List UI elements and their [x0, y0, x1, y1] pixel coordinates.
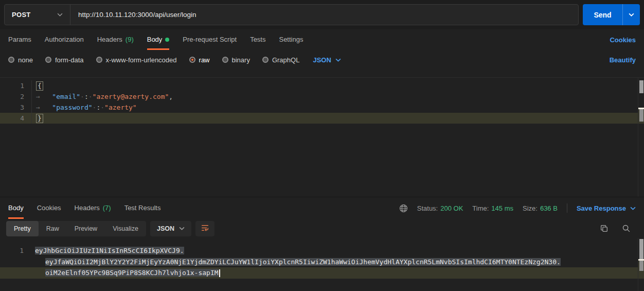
copy-icon[interactable]	[600, 224, 609, 233]
response-line: eyJfaWQiOiI2MjBlY2Y2Y2FiMjEyYzA0NjE1Yjdm…	[0, 256, 644, 268]
cookies-link[interactable]: Cookies	[610, 36, 636, 44]
chevron-down-icon	[630, 207, 636, 210]
json-key: "password"	[52, 104, 92, 111]
tab-settings[interactable]: Settings	[279, 29, 303, 50]
divider	[567, 203, 567, 213]
save-response-button[interactable]: Save Response	[577, 204, 636, 212]
send-options-button[interactable]	[622, 4, 640, 25]
url-input[interactable]	[70, 5, 578, 25]
tab-label: Pre-request Script	[183, 36, 237, 43]
response-tab-body[interactable]: Body	[8, 197, 24, 219]
globe-icon	[399, 204, 408, 213]
send-split-button: Send	[583, 4, 640, 25]
tab-pre-request-script[interactable]: Pre-request Script	[183, 29, 237, 50]
request-panel: POST Send Params Authorization Headers (…	[0, 0, 644, 197]
response-tab-cookies[interactable]: Cookies	[37, 197, 61, 219]
code-line-active: 4 }	[0, 113, 644, 124]
mode-label: form-data	[55, 56, 84, 64]
response-scrollbar[interactable]	[638, 238, 644, 291]
request-body-editor[interactable]: 1 { 2 → "email"·:·"azerty@azerty.com", 3…	[0, 77, 644, 197]
radio-icon	[8, 57, 14, 63]
open-brace: {	[36, 81, 43, 91]
beautify-link[interactable]: Beautify	[610, 56, 636, 64]
method-url-group: POST	[4, 4, 579, 25]
method-label: POST	[12, 11, 31, 19]
response-meta: Status: 200 OK Time: 145 ms Size: 636 B …	[399, 197, 636, 219]
tab-label: Params	[8, 36, 31, 43]
tab-label: Body	[8, 204, 24, 212]
code-line: 1 {	[0, 80, 644, 91]
language-select[interactable]: JSON	[313, 56, 341, 64]
mode-x-www-form-urlencoded[interactable]: x-www-form-urlencoded	[96, 56, 177, 64]
view-raw[interactable]: Raw	[39, 221, 67, 236]
line-number: 2	[0, 91, 32, 102]
tab-label: Settings	[279, 36, 303, 43]
json-value: "azerty@azerty.com"	[93, 93, 169, 100]
wrap-lines-button[interactable]	[195, 221, 214, 236]
response-tabs: Body Cookies Headers (7) Test Results St…	[0, 197, 644, 219]
indent-marker-icon: →	[36, 104, 40, 111]
tab-label: Cookies	[37, 204, 61, 212]
time-badge: Time: 145 ms	[472, 204, 513, 212]
response-tab-test-results[interactable]: Test Results	[124, 197, 161, 219]
headers-count-badge: (7)	[103, 204, 111, 212]
tab-headers[interactable]: Headers (9)	[97, 29, 134, 50]
response-language-select[interactable]: JSON	[150, 221, 191, 236]
mode-binary[interactable]: binary	[222, 56, 250, 64]
mode-none[interactable]: none	[8, 56, 33, 64]
code-line: 3 → "password"·:·"azerty"	[0, 102, 644, 113]
radio-icon	[45, 57, 51, 63]
line-number: 4	[0, 113, 32, 124]
chevron-down-icon	[179, 227, 185, 230]
language-label: JSON	[313, 56, 331, 64]
jwt-payload-segment: eyJfaWQiOiI2MjBlY2Y2Y2FiMjEyYzA0NjE1Yjdm…	[45, 258, 561, 266]
chevron-down-icon	[629, 13, 634, 16]
view-preview[interactable]: Preview	[67, 221, 105, 236]
response-tool-icons	[600, 224, 631, 233]
line-number: 1	[0, 80, 32, 91]
radio-icon	[222, 57, 228, 63]
method-select[interactable]: POST	[5, 5, 70, 25]
tab-label: Body	[147, 36, 163, 43]
scrollbar-thumb[interactable]	[639, 109, 643, 122]
mode-label: binary	[232, 56, 250, 64]
response-line: 1 eyJhbGciOiJIUzI1NiIsInR5cCI6IkpXVCJ9.	[0, 245, 644, 256]
response-tab-headers[interactable]: Headers (7)	[75, 197, 111, 219]
scrollbar-thumb[interactable]	[639, 80, 643, 93]
scrollbar-thumb[interactable]	[639, 261, 643, 271]
response-toolbar: Pretty Raw Preview Visualize JSON	[0, 219, 644, 238]
radio-icon	[262, 57, 269, 63]
tab-params[interactable]: Params	[8, 29, 31, 50]
mode-form-data[interactable]: form-data	[45, 56, 84, 64]
response-panel: Body Cookies Headers (7) Test Results St…	[0, 197, 644, 291]
mode-label: raw	[199, 56, 210, 64]
tab-label: Test Results	[124, 204, 161, 212]
json-value: "azerty"	[104, 104, 137, 111]
wrap-text-icon	[201, 224, 209, 234]
send-button[interactable]: Send	[583, 4, 622, 25]
view-switcher: Pretty Raw Preview Visualize	[6, 221, 146, 236]
tab-tests[interactable]: Tests	[250, 29, 265, 50]
response-body-viewer: 1 eyJhbGciOiJIUzI1NiIsInR5cCI6IkpXVCJ9. …	[0, 238, 644, 291]
search-icon[interactable]	[622, 224, 631, 233]
mode-raw[interactable]: raw	[189, 56, 210, 64]
scrollbar-thumb[interactable]	[639, 239, 643, 259]
tab-label: Headers	[97, 36, 122, 43]
mode-label: x-www-form-urlencoded	[106, 56, 177, 64]
status-badge: Status: 200 OK	[417, 204, 463, 212]
tab-label: Tests	[250, 36, 265, 43]
mode-graphql[interactable]: GraphQL	[262, 56, 299, 64]
request-url-bar: POST Send	[0, 0, 644, 29]
line-number: 3	[0, 102, 32, 113]
jwt-signature-segment: oiM2eElnf05YPc9BSq9PiP8S8KCJh7lvhjo1x-sa…	[45, 269, 219, 277]
response-line-active: oiM2eElnf05YPc9BSq9PiP8S8KCJh7lvhjo1x-sa…	[0, 267, 644, 279]
view-visualize[interactable]: Visualize	[105, 221, 146, 236]
editor-scrollbar[interactable]	[638, 78, 644, 197]
body-mode-row: none form-data x-www-form-urlencoded raw…	[0, 50, 644, 70]
headers-count-badge: (9)	[126, 36, 134, 43]
tab-body[interactable]: Body	[147, 29, 170, 50]
view-pretty[interactable]: Pretty	[6, 221, 39, 236]
request-tabs: Params Authorization Headers (9) Body Pr…	[0, 29, 644, 50]
code-line: 2 → "email"·:·"azerty@azerty.com",	[0, 91, 644, 102]
tab-authorization[interactable]: Authorization	[45, 29, 84, 50]
